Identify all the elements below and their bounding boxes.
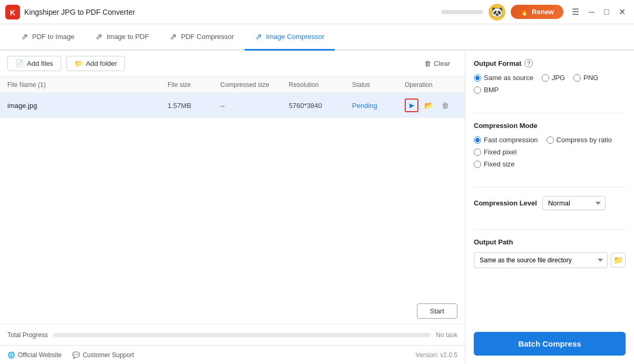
mode-fast-compression[interactable]: Fast compression xyxy=(474,136,538,144)
progress-track xyxy=(53,333,431,337)
compression-mode-section: Compression Mode Fast compression Compre… xyxy=(474,122,626,168)
mode-fixed-size[interactable]: Fixed size xyxy=(474,160,515,168)
add-files-button[interactable]: 📄 Add files xyxy=(7,56,61,71)
image-to-pdf-icon: ⇗ xyxy=(95,32,102,42)
pdf-to-image-icon: ⇗ xyxy=(21,32,28,42)
compression-mode-title: Compression Mode xyxy=(474,122,626,130)
trash-icon: 🗑 xyxy=(424,60,431,67)
official-website-icon: 🌐 xyxy=(7,351,15,359)
bottom-bar: Total Progress No task xyxy=(0,324,465,345)
divider-1 xyxy=(474,113,626,113)
format-png[interactable]: PNG xyxy=(573,74,598,82)
output-path-title: Output Path xyxy=(474,238,626,246)
titlebar: K Kingshiper JPG to PDF Converter 🐼 🔥 Re… xyxy=(0,0,634,24)
add-files-icon: 📄 xyxy=(15,60,24,67)
start-row-button[interactable]: ▶ xyxy=(405,99,418,112)
col-filesize: File size xyxy=(168,81,220,88)
col-status: Status xyxy=(352,81,405,88)
col-compressed-size: Compressed size xyxy=(220,81,289,88)
close-icon[interactable]: ✕ xyxy=(616,5,629,19)
folder-browse-icon: 📁 xyxy=(613,255,623,265)
output-format-section: Output Format ? Same as source JPG PNG xyxy=(474,59,626,94)
start-button[interactable]: Start xyxy=(417,303,457,319)
app-logo: K xyxy=(5,5,20,19)
col-operation: Operation xyxy=(405,81,457,88)
minimize-icon[interactable]: ─ xyxy=(586,5,598,19)
output-path-browse-button[interactable]: 📁 xyxy=(611,253,626,268)
footer: 🌐 Official Website 💬 Customer Support Ve… xyxy=(0,345,465,364)
customer-support-icon: 💬 xyxy=(72,351,80,359)
clear-button[interactable]: 🗑 Clear xyxy=(417,56,457,71)
customer-support-link[interactable]: 💬 Customer Support xyxy=(72,351,134,359)
version-label: Version: v2.0.5 xyxy=(416,351,457,359)
format-same-as-source[interactable]: Same as source xyxy=(474,74,533,82)
svg-text:K: K xyxy=(10,8,15,17)
table-header: File Name (1) File size Compressed size … xyxy=(0,77,465,93)
open-folder-button[interactable]: 📂 xyxy=(422,99,435,112)
renew-icon: 🔥 xyxy=(520,8,529,16)
tab-image-to-pdf[interactable]: ⇗ Image to PDF xyxy=(85,24,159,51)
official-website-link[interactable]: 🌐 Official Website xyxy=(7,351,62,359)
format-jpg[interactable]: JPG xyxy=(542,74,565,82)
output-format-help-icon[interactable]: ? xyxy=(524,59,533,67)
compression-mode-row3: Fixed size xyxy=(474,160,626,168)
file-name-cell: image.jpg xyxy=(7,102,168,110)
file-table: File Name (1) File size Compressed size … xyxy=(0,77,465,298)
total-progress-label: Total Progress xyxy=(7,331,48,339)
status-cell: Pending xyxy=(352,102,405,110)
tab-pdf-compressor[interactable]: ⇗ PDF Compressor xyxy=(159,24,244,51)
add-folder-button[interactable]: 📁 Add folder xyxy=(66,56,125,71)
no-task-label: No task xyxy=(436,331,457,339)
maximize-icon[interactable]: □ xyxy=(601,5,612,19)
table-row: image.jpg 1.57MB -- 5760*3840 Pending ▶ … xyxy=(0,93,465,118)
add-folder-icon: 📁 xyxy=(74,60,83,67)
operations-cell: ▶ 📂 🗑 xyxy=(405,99,457,112)
image-compressor-icon: ⇗ xyxy=(255,32,262,42)
col-resolution: Resolution xyxy=(289,81,352,88)
file-size-cell: 1.57MB xyxy=(168,102,220,110)
pdf-compressor-icon: ⇗ xyxy=(170,32,177,42)
compression-level-select[interactable]: Normal Low High xyxy=(542,196,606,210)
divider-2 xyxy=(474,187,626,188)
output-path-section: Output Path Same as the source file dire… xyxy=(474,238,626,268)
compression-level-section: Compression Level Normal Low High xyxy=(474,196,626,210)
divider-3 xyxy=(474,229,626,230)
compression-level-title: Compression Level xyxy=(474,199,537,207)
window-controls: ☰ ─ □ ✕ xyxy=(569,5,629,19)
output-format-options: Same as source JPG PNG BMP xyxy=(474,74,626,94)
col-filename: File Name (1) xyxy=(7,81,168,88)
tab-image-compressor[interactable]: ⇗ Image Compressor xyxy=(245,24,335,51)
tab-pdf-to-image[interactable]: ⇗ PDF to Image xyxy=(11,24,85,51)
title-progress-bar xyxy=(441,10,483,14)
mode-compress-by-ratio[interactable]: Compress by ratio xyxy=(547,136,612,144)
avatar: 🐼 xyxy=(489,4,505,21)
main-content: 📄 Add files 📁 Add folder 🗑 Clear File Na… xyxy=(0,51,634,364)
nav-tabs: ⇗ PDF to Image ⇗ Image to PDF ⇗ PDF Comp… xyxy=(0,24,634,51)
output-path-row: Same as the source file directory 📁 xyxy=(474,252,626,268)
mode-fixed-pixel[interactable]: Fixed pixel xyxy=(474,148,516,156)
compression-level-row: Compression Level Normal Low High xyxy=(474,196,626,210)
right-panel: Output Format ? Same as source JPG PNG xyxy=(465,51,634,364)
start-area: Start xyxy=(0,298,465,324)
format-bmp[interactable]: BMP xyxy=(474,86,499,94)
left-panel: 📄 Add files 📁 Add folder 🗑 Clear File Na… xyxy=(0,51,465,364)
app-title: Kingshiper JPG to PDF Converter xyxy=(24,8,441,16)
output-path-select[interactable]: Same as the source file directory xyxy=(474,252,608,268)
compressed-size-cell: -- xyxy=(220,102,289,110)
menu-icon[interactable]: ☰ xyxy=(569,5,582,19)
batch-compress-button[interactable]: Batch Compress xyxy=(474,332,626,356)
toolbar: 📄 Add files 📁 Add folder 🗑 Clear xyxy=(0,51,465,77)
renew-button[interactable]: 🔥 Renew xyxy=(511,5,563,19)
compression-mode-row2: Fixed pixel xyxy=(474,148,626,156)
output-format-title: Output Format ? xyxy=(474,59,626,67)
resolution-cell: 5760*3840 xyxy=(289,102,352,110)
delete-row-button[interactable]: 🗑 xyxy=(438,99,452,112)
compression-mode-row1: Fast compression Compress by ratio xyxy=(474,136,626,144)
